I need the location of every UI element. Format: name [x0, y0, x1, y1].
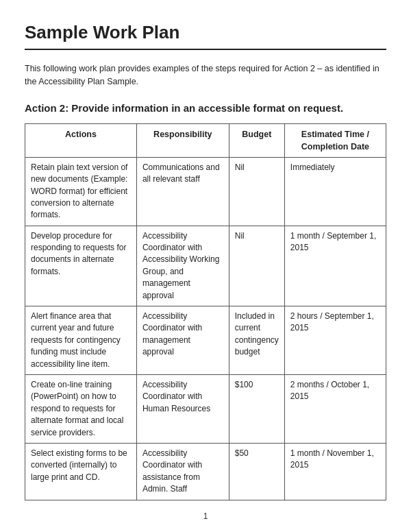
cell-responsibility-0: Communications and all relevant staff: [136, 157, 229, 226]
cell-budget-4: $50: [229, 443, 284, 500]
cell-actions-1: Develop procedure for responding to requ…: [25, 226, 137, 306]
header-estimated: Estimated Time / Completion Date: [284, 123, 386, 157]
section-heading: Action 2: Provide information in an acce…: [25, 101, 386, 115]
cell-budget-1: Nil: [229, 226, 284, 306]
cell-estimated-3: 2 months / October 1, 2015: [284, 375, 386, 444]
cell-estimated-2: 2 hours / September 1, 2015: [284, 306, 386, 375]
cell-responsibility-1: Accessibility Coordinator with Accessibi…: [136, 226, 229, 306]
table-row: Develop procedure for responding to requ…: [25, 226, 386, 306]
cell-budget-2: Included in current contingency budget: [229, 306, 284, 375]
header-actions: Actions: [25, 123, 137, 157]
header-responsibility: Responsibility: [136, 123, 229, 157]
cell-responsibility-2: Accessibility Coordinator with managemen…: [136, 306, 229, 375]
cell-actions-2: Alert finance area that current year and…: [25, 306, 137, 375]
cell-estimated-1: 1 month / September 1, 2015: [284, 226, 386, 306]
work-plan-table: Actions Responsibility Budget Estimated …: [25, 123, 386, 500]
cell-estimated-4: 1 month / November 1, 2015: [284, 443, 386, 500]
cell-actions-3: Create on-line training (PowerPoint) on …: [25, 375, 137, 444]
table-row: Alert finance area that current year and…: [25, 306, 386, 375]
cell-budget-3: $100: [229, 375, 284, 444]
table-row: Select existing forms to be converted (i…: [25, 443, 386, 500]
header-budget: Budget: [229, 123, 284, 157]
table-row: Create on-line training (PowerPoint) on …: [25, 375, 386, 444]
page-number: 1: [25, 511, 386, 521]
title-divider: [25, 49, 386, 50]
cell-actions-4: Select existing forms to be converted (i…: [25, 443, 137, 500]
table-row: Retain plain text version of new documen…: [25, 157, 386, 226]
cell-actions-0: Retain plain text version of new documen…: [25, 157, 137, 226]
cell-responsibility-4: Accessibility Coordinator with assistanc…: [136, 443, 229, 500]
intro-text: This following work plan provides exampl…: [25, 62, 386, 88]
cell-budget-0: Nil: [229, 157, 284, 226]
page-title: Sample Work Plan: [25, 22, 386, 43]
cell-responsibility-3: Accessibility Coordinator with Human Res…: [136, 375, 229, 444]
cell-estimated-0: Immediately: [284, 157, 386, 226]
